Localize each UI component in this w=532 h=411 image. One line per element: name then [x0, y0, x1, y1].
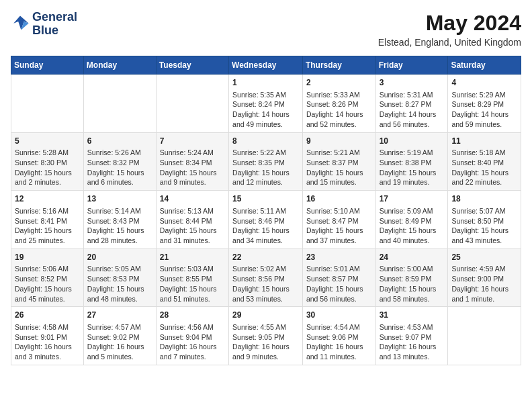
day-number: 14	[160, 193, 225, 205]
calendar-cell: 9Sunrise: 5:21 AM Sunset: 8:37 PM Daylig…	[302, 132, 375, 191]
calendar-cell: 1Sunrise: 5:35 AM Sunset: 8:24 PM Daylig…	[229, 75, 303, 133]
day-number: 15	[232, 193, 299, 205]
day-info: Sunrise: 5:03 AM Sunset: 8:55 PM Dayligh…	[160, 264, 225, 304]
day-number: 31	[380, 310, 445, 321]
calendar-cell: 14Sunrise: 5:13 AM Sunset: 8:44 PM Dayli…	[156, 191, 228, 249]
day-info: Sunrise: 5:31 AM Sunset: 8:27 PM Dayligh…	[380, 90, 445, 130]
logo-icon	[11, 15, 30, 31]
day-number: 18	[451, 193, 517, 205]
calendar-header-row: SundayMondayTuesdayWednesdayThursdayFrid…	[11, 56, 521, 75]
calendar-header-wednesday: Wednesday	[229, 56, 303, 75]
page-header: General Blue May 2024 Elstead, England, …	[11, 11, 521, 48]
day-number: 16	[306, 193, 372, 205]
day-number: 8	[232, 136, 299, 147]
calendar-cell: 16Sunrise: 5:10 AM Sunset: 8:47 PM Dayli…	[302, 191, 375, 249]
calendar-header-thursday: Thursday	[302, 56, 375, 75]
calendar-cell: 26Sunrise: 4:58 AM Sunset: 9:01 PM Dayli…	[11, 307, 84, 365]
calendar-cell: 17Sunrise: 5:09 AM Sunset: 8:49 PM Dayli…	[375, 191, 448, 249]
calendar-cell: 6Sunrise: 5:26 AM Sunset: 8:32 PM Daylig…	[83, 132, 156, 191]
day-info: Sunrise: 4:54 AM Sunset: 9:06 PM Dayligh…	[306, 322, 372, 362]
calendar-cell: 31Sunrise: 4:53 AM Sunset: 9:07 PM Dayli…	[375, 307, 448, 365]
calendar-header-monday: Monday	[83, 56, 156, 75]
day-info: Sunrise: 5:19 AM Sunset: 8:38 PM Dayligh…	[380, 148, 445, 187]
day-number: 25	[451, 252, 517, 263]
calendar-header-tuesday: Tuesday	[156, 56, 228, 75]
calendar-cell	[448, 307, 521, 365]
day-info: Sunrise: 4:58 AM Sunset: 9:01 PM Dayligh…	[15, 322, 80, 362]
day-info: Sunrise: 5:26 AM Sunset: 8:32 PM Dayligh…	[87, 148, 152, 187]
calendar-cell: 5Sunrise: 5:28 AM Sunset: 8:30 PM Daylig…	[11, 132, 84, 191]
calendar-cell	[11, 75, 84, 133]
day-number: 21	[160, 252, 225, 263]
calendar-cell: 28Sunrise: 4:56 AM Sunset: 9:04 PM Dayli…	[156, 307, 228, 365]
calendar-cell: 18Sunrise: 5:07 AM Sunset: 8:50 PM Dayli…	[448, 191, 521, 249]
calendar-cell: 12Sunrise: 5:16 AM Sunset: 8:41 PM Dayli…	[11, 191, 84, 249]
day-number: 4	[451, 77, 517, 89]
calendar-cell: 24Sunrise: 5:00 AM Sunset: 8:59 PM Dayli…	[375, 248, 448, 307]
day-info: Sunrise: 5:00 AM Sunset: 8:59 PM Dayligh…	[380, 264, 445, 304]
location: Elstead, England, United Kingdom	[378, 37, 521, 48]
day-info: Sunrise: 4:59 AM Sunset: 9:00 PM Dayligh…	[451, 264, 517, 304]
calendar-cell: 22Sunrise: 5:02 AM Sunset: 8:56 PM Dayli…	[229, 248, 303, 307]
day-number: 11	[451, 136, 517, 147]
calendar-cell: 13Sunrise: 5:14 AM Sunset: 8:43 PM Dayli…	[83, 191, 156, 249]
day-info: Sunrise: 5:22 AM Sunset: 8:35 PM Dayligh…	[232, 148, 299, 187]
day-number: 27	[87, 310, 152, 321]
calendar-cell: 23Sunrise: 5:01 AM Sunset: 8:57 PM Dayli…	[302, 248, 375, 307]
day-info: Sunrise: 5:07 AM Sunset: 8:50 PM Dayligh…	[451, 206, 517, 246]
calendar-cell: 25Sunrise: 4:59 AM Sunset: 9:00 PM Dayli…	[448, 248, 521, 307]
day-number: 26	[15, 310, 80, 321]
calendar-cell: 30Sunrise: 4:54 AM Sunset: 9:06 PM Dayli…	[302, 307, 375, 365]
logo: General Blue	[11, 11, 77, 38]
day-info: Sunrise: 4:53 AM Sunset: 9:07 PM Dayligh…	[380, 322, 445, 362]
calendar-cell: 4Sunrise: 5:29 AM Sunset: 8:29 PM Daylig…	[448, 75, 521, 133]
day-info: Sunrise: 4:55 AM Sunset: 9:05 PM Dayligh…	[232, 322, 299, 362]
day-info: Sunrise: 5:06 AM Sunset: 8:52 PM Dayligh…	[15, 264, 80, 304]
day-number: 13	[87, 193, 152, 205]
day-number: 29	[232, 310, 299, 321]
day-number: 24	[380, 252, 445, 263]
calendar-cell: 20Sunrise: 5:05 AM Sunset: 8:53 PM Dayli…	[83, 248, 156, 307]
day-number: 28	[160, 310, 225, 321]
title-block: May 2024 Elstead, England, United Kingdo…	[378, 11, 521, 48]
day-number: 22	[232, 252, 299, 263]
calendar-cell	[83, 75, 156, 133]
day-number: 7	[160, 136, 225, 147]
day-number: 3	[380, 77, 445, 89]
calendar-cell: 2Sunrise: 5:33 AM Sunset: 8:26 PM Daylig…	[302, 75, 375, 133]
day-number: 6	[87, 136, 152, 147]
calendar-header-sunday: Sunday	[11, 56, 84, 75]
day-number: 12	[15, 193, 80, 205]
day-info: Sunrise: 5:05 AM Sunset: 8:53 PM Dayligh…	[87, 264, 152, 304]
day-info: Sunrise: 5:02 AM Sunset: 8:56 PM Dayligh…	[232, 264, 299, 304]
day-info: Sunrise: 5:29 AM Sunset: 8:29 PM Dayligh…	[451, 90, 517, 130]
calendar-cell: 21Sunrise: 5:03 AM Sunset: 8:55 PM Dayli…	[156, 248, 228, 307]
calendar-cell: 15Sunrise: 5:11 AM Sunset: 8:46 PM Dayli…	[229, 191, 303, 249]
calendar-cell: 3Sunrise: 5:31 AM Sunset: 8:27 PM Daylig…	[375, 75, 448, 133]
day-number: 5	[15, 136, 80, 147]
calendar-header-friday: Friday	[375, 56, 448, 75]
calendar-cell: 19Sunrise: 5:06 AM Sunset: 8:52 PM Dayli…	[11, 248, 84, 307]
day-info: Sunrise: 5:35 AM Sunset: 8:24 PM Dayligh…	[232, 90, 299, 130]
calendar-table: SundayMondayTuesdayWednesdayThursdayFrid…	[11, 56, 521, 365]
day-number: 20	[87, 252, 152, 263]
calendar-cell: 10Sunrise: 5:19 AM Sunset: 8:38 PM Dayli…	[375, 132, 448, 191]
day-number: 10	[380, 136, 445, 147]
day-info: Sunrise: 5:28 AM Sunset: 8:30 PM Dayligh…	[15, 148, 80, 187]
day-number: 1	[232, 77, 299, 89]
day-number: 30	[306, 310, 372, 321]
day-info: Sunrise: 5:33 AM Sunset: 8:26 PM Dayligh…	[306, 90, 372, 130]
day-info: Sunrise: 5:14 AM Sunset: 8:43 PM Dayligh…	[87, 206, 152, 246]
calendar-week-row: 1Sunrise: 5:35 AM Sunset: 8:24 PM Daylig…	[11, 75, 521, 133]
day-number: 17	[380, 193, 445, 205]
calendar-cell: 11Sunrise: 5:18 AM Sunset: 8:40 PM Dayli…	[448, 132, 521, 191]
day-info: Sunrise: 5:01 AM Sunset: 8:57 PM Dayligh…	[306, 264, 372, 304]
logo-text: General Blue	[32, 11, 77, 38]
day-info: Sunrise: 4:57 AM Sunset: 9:02 PM Dayligh…	[87, 322, 152, 362]
day-info: Sunrise: 5:18 AM Sunset: 8:40 PM Dayligh…	[451, 148, 517, 187]
day-info: Sunrise: 5:09 AM Sunset: 8:49 PM Dayligh…	[380, 206, 445, 246]
day-info: Sunrise: 5:16 AM Sunset: 8:41 PM Dayligh…	[15, 206, 80, 246]
calendar-week-row: 19Sunrise: 5:06 AM Sunset: 8:52 PM Dayli…	[11, 248, 521, 307]
calendar-week-row: 5Sunrise: 5:28 AM Sunset: 8:30 PM Daylig…	[11, 132, 521, 191]
day-info: Sunrise: 5:13 AM Sunset: 8:44 PM Dayligh…	[160, 206, 225, 246]
